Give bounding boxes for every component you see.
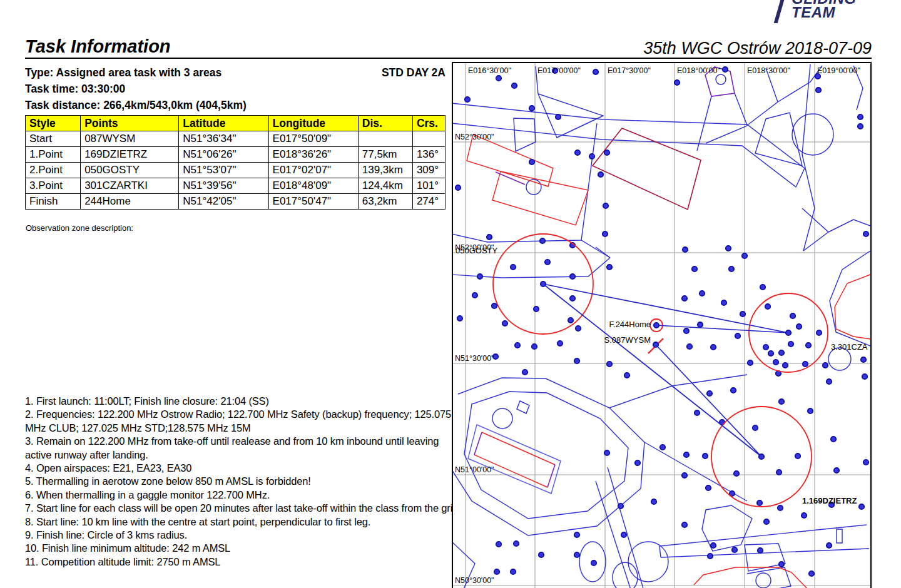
briefing-note-item: 1. First launch: 11:00LT; Finish line cl…	[25, 395, 463, 408]
label-finish-244home: F.244Home	[609, 320, 651, 329]
table-header-cell: Style	[26, 116, 81, 131]
table-header-row: StylePointsLatitudeLongitudeDis.Crs.	[26, 116, 445, 131]
table-header-cell: Points	[81, 116, 179, 131]
observation-zone-block: Observation zone description:	[25, 222, 445, 235]
briefing-note-item: 7. Start line for each class will be ope…	[25, 502, 463, 515]
table-header-cell: Crs.	[412, 116, 445, 131]
cell-latitude: N51°39'56"	[179, 178, 268, 194]
cell-points: 301CZARTKI	[81, 178, 179, 194]
svg-text:E016°30'00": E016°30'00"	[468, 66, 511, 75]
cell-course: 274°	[412, 194, 445, 210]
cell-course: 136°	[412, 147, 445, 163]
table-header-cell: Dis.	[358, 116, 412, 131]
observation-title: Observation zone description:	[25, 222, 445, 235]
task-distance: Task distance: 266,4km/543,0km (404,5km)	[25, 97, 445, 113]
svg-text:N52°30'00": N52°30'00"	[455, 133, 494, 141]
briefing-notes: 1. First launch: 11:00LT; Finish line cl…	[25, 395, 463, 569]
svg-text:N51°00'00": N51°00'00"	[455, 465, 494, 474]
cell-latitude: N51°53'07"	[179, 163, 268, 178]
cell-longitude: E018°48'09"	[268, 178, 358, 194]
page-title: Task Information	[25, 36, 171, 57]
label-tp2-050gosty: 050GOSTY	[456, 246, 498, 255]
task-type: Type: Assigned area task with 3 areas	[25, 64, 221, 81]
logo-text: GLIDING TEAM	[792, 0, 857, 19]
briefing-note-item: 8. Start line: 10 km line with the centr…	[25, 515, 463, 529]
task-legs	[543, 284, 788, 457]
competition-title: 35th WGC Ostrów 2018-07-09	[643, 39, 872, 58]
table-header-cell: Longitude	[268, 116, 358, 131]
svg-text:E019°00'00": E019°00'00"	[817, 66, 860, 75]
briefing-note-item: 11. Competition altitude limit: 2750 m A…	[25, 555, 463, 569]
cell-latitude: N51°06'26"	[179, 147, 268, 163]
task-info-column: Type: Assigned area task with 3 areas ST…	[25, 64, 445, 235]
cell-distance: 63,2km	[358, 194, 412, 210]
task-map-svg: E016°30'00" E017°00'00" E017°30'00" E018…	[453, 63, 870, 588]
svg-text:N50°30'00": N50°30'00"	[455, 576, 494, 585]
cell-longitude: E017°50'09"	[268, 131, 358, 147]
cell-latitude: N51°42'05"	[179, 194, 268, 210]
label-tp1-169dzietrz: 1.169DZIETRZ	[802, 496, 857, 505]
gliding-team-logo: GLIDING TEAM	[778, 0, 857, 23]
label-start-087wysm: S.087WYSM	[604, 335, 651, 345]
cell-distance: 124,4km	[358, 178, 412, 194]
briefing-note-item: 5. Thermalling in aerotow zone below 850…	[25, 475, 463, 488]
svg-text:E017°30'00": E017°30'00"	[608, 66, 651, 75]
briefing-note-item: 3. Remain on 122.200 MHz from take-off u…	[25, 435, 463, 462]
cell-style: 3.Point	[26, 178, 81, 194]
briefing-note-item: 10. Finish line minimum altitude: 242 m …	[25, 542, 463, 555]
logo-line2: TEAM	[792, 6, 857, 19]
cell-distance	[358, 131, 412, 147]
cell-points: 244Home	[81, 194, 179, 210]
cell-style: 2.Point	[26, 163, 81, 178]
cell-points: 087WYSM	[81, 131, 179, 147]
svg-text:E018°30'00": E018°30'00"	[747, 66, 790, 75]
briefing-note-item: 6. When thermalling in a gaggle monitor …	[25, 489, 463, 502]
svg-text:E018°00'00": E018°00'00"	[677, 66, 720, 75]
task-day-badge: STD DAY 2A	[382, 64, 445, 81]
table-row: Start 087WYSM N51°36'34" E017°50'09"	[26, 131, 445, 147]
task-type-line: Type: Assigned area task with 3 areas ST…	[25, 64, 445, 81]
cell-distance: 77,5km	[358, 147, 412, 163]
label-tp3-301czartki: 3.301CZA	[831, 342, 868, 352]
task-map: E016°30'00" E017°00'00" E017°30'00" E018…	[452, 62, 872, 588]
turnpoint-table: StylePointsLatitudeLongitudeDis.Crs. Sta…	[25, 115, 445, 210]
cell-course: 309°	[412, 163, 445, 178]
briefing-note-item: 2. Frequencies: 122.200 MHz Ostrow Radio…	[25, 408, 463, 435]
cell-latitude: N51°36'34"	[179, 131, 268, 147]
briefing-note-item: 4. Open airspaces: E21, EA23, EA30	[25, 462, 463, 475]
airspace-crimson-zone	[593, 128, 701, 210]
svg-text:E017°00'00": E017°00'00"	[537, 66, 581, 75]
task-sheet-page: GLIDING TEAM Task Information 35th WGC O…	[0, 0, 901, 588]
map-waypoint-labels: F.244Home S.087WYSM 3.301CZA 1.169DZIETR…	[456, 246, 868, 505]
cell-longitude: E017°02'07"	[268, 163, 358, 178]
cell-course: 101°	[412, 178, 445, 194]
task-zones	[493, 234, 828, 507]
table-header-cell: Latitude	[179, 116, 268, 131]
cell-distance: 139,3km	[358, 163, 412, 178]
table-row: 2.Point 050GOSTY N51°53'07" E017°02'07" …	[26, 163, 445, 178]
task-time: Task time: 03:30:00	[25, 81, 445, 97]
table-row: Finish 244Home N51°42'05" E017°50'47" 63…	[26, 194, 445, 210]
svg-text:N51°30'00": N51°30'00"	[455, 354, 494, 363]
table-row: 1.Point 169DZIETRZ N51°06'26" E018°36'26…	[26, 147, 445, 163]
briefing-note-item: 9. Finish line: Circle of 3 kms radius.	[25, 529, 463, 542]
table-row: 3.Point 301CZARTKI N51°39'56" E018°48'09…	[26, 178, 445, 194]
header-rule	[25, 58, 872, 59]
cell-longitude: E017°50'47"	[268, 194, 358, 210]
cell-style: 1.Point	[26, 147, 81, 163]
cell-course	[412, 131, 445, 147]
glider-slash-icon	[774, 0, 786, 23]
cell-points: 169DZIETRZ	[81, 147, 179, 163]
cell-points: 050GOSTY	[81, 163, 179, 178]
cell-style: Start	[26, 131, 81, 147]
cell-longitude: E018°36'26"	[268, 147, 358, 163]
cell-style: Finish	[26, 194, 81, 210]
airspace-red-layer	[467, 134, 870, 588]
